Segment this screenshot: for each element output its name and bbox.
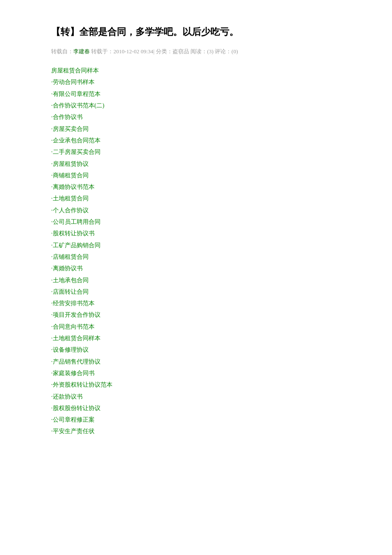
list-item: ·股权转让协议书 xyxy=(51,228,341,239)
contract-link[interactable]: ·二手房屋买卖合同 xyxy=(51,149,101,155)
list-item: ·工矿产品购销合同 xyxy=(51,240,341,251)
contract-link[interactable]: ·家庭装修合同书 xyxy=(51,370,95,376)
list-item: ·店面转让合同 xyxy=(51,286,341,298)
contract-link[interactable]: ·企业承包合同范本 xyxy=(51,137,101,144)
contract-link[interactable]: 房屋租赁合同样本 xyxy=(51,67,99,74)
list-item: ·离婚协议书 xyxy=(51,263,341,274)
contract-link[interactable]: ·工矿产品购销合同 xyxy=(51,242,101,249)
list-item: ·项目开发合作协议 xyxy=(51,309,341,321)
page-title: 【转】全部是合同，多学学吧。以后少吃亏。 xyxy=(51,26,341,39)
list-item: ·店铺租赁合同 xyxy=(51,251,341,263)
contract-link[interactable]: ·还款协议书 xyxy=(51,393,83,400)
contract-link[interactable]: ·公司员工聘用合同 xyxy=(51,219,101,225)
list-item: ·合同意向书范本 xyxy=(51,321,341,332)
contract-link[interactable]: ·土地租赁合同 xyxy=(51,195,89,202)
contract-link[interactable]: ·项目开发合作协议 xyxy=(51,312,101,318)
list-item: 房屋租赁合同样本 xyxy=(51,65,341,76)
contract-link[interactable]: ·有限公司章程范本 xyxy=(51,91,101,97)
list-item: ·合作协议书 xyxy=(51,111,341,123)
list-item: ·经营安排书范本 xyxy=(51,298,341,309)
contract-link[interactable]: ·店面转让合同 xyxy=(51,289,89,295)
list-item: ·商铺租赁合同 xyxy=(51,170,341,181)
contract-link[interactable]: ·个人合作协议 xyxy=(51,207,89,214)
contract-link[interactable]: ·股权转让协议书 xyxy=(51,230,95,237)
list-item: ·有限公司章程范本 xyxy=(51,88,341,100)
list-item: ·土地租赁合同 xyxy=(51,193,341,204)
list-item: ·劳动合同书样本 xyxy=(51,76,341,88)
contract-link[interactable]: ·外资股权转让协议范本 xyxy=(51,382,112,388)
list-item: ·设备修理协议 xyxy=(51,344,341,356)
contract-link-list: 房屋租赁合同样本·劳动合同书样本·有限公司章程范本·合作协议书范本(二)·合作协… xyxy=(51,65,341,437)
meta-prefix: 转载自： xyxy=(51,48,73,55)
contract-link[interactable]: ·离婚协议书范本 xyxy=(51,184,95,190)
contract-link[interactable]: ·平安生产责任状 xyxy=(51,428,95,434)
list-item: ·土地租赁合同样本 xyxy=(51,332,341,344)
contract-link[interactable]: ·产品销售代理协议 xyxy=(51,358,101,365)
list-item: ·平安生产责任状 xyxy=(51,425,341,437)
contract-link[interactable]: ·股权股份转让协议 xyxy=(51,405,101,411)
meta-date: 2010-12-02 09:34 xyxy=(113,48,153,55)
meta-sep1: 转载于： xyxy=(90,48,113,55)
meta-author[interactable]: 李建春 xyxy=(73,48,90,55)
list-item: ·外资股权转让协议范本 xyxy=(51,379,341,390)
list-item: ·企业承包合同范本 xyxy=(51,135,341,146)
meta-sep2: | 分类： xyxy=(153,48,173,55)
list-item: ·二手房屋买卖合同 xyxy=(51,146,341,158)
contract-link[interactable]: ·合同意向书范本 xyxy=(51,324,95,330)
list-item: ·产品销售代理协议 xyxy=(51,356,341,367)
contract-link[interactable]: ·土地租赁合同样本 xyxy=(51,335,101,341)
contract-link[interactable]: ·设备修理协议 xyxy=(51,347,89,353)
list-item: ·家庭装修合同书 xyxy=(51,367,341,379)
list-item: ·公司章程修正案 xyxy=(51,414,341,425)
contract-link[interactable]: ·离婚协议书 xyxy=(51,265,83,272)
list-item: ·合作协议书范本(二) xyxy=(51,100,341,111)
list-item: ·离婚协议书范本 xyxy=(51,181,341,193)
meta-sep3: 阅读：(3) 评论：(0) xyxy=(189,48,238,55)
contract-link[interactable]: ·店铺租赁合同 xyxy=(51,254,89,260)
meta-info: 转载自：李建春 转载于：2010-12-02 09:34| 分类：盗窃品 阅读：… xyxy=(51,46,341,56)
contract-link[interactable]: ·合作协议书范本(二) xyxy=(51,102,104,109)
list-item: ·公司员工聘用合同 xyxy=(51,216,341,228)
meta-category[interactable]: 盗窃品 xyxy=(173,48,189,55)
contract-link[interactable]: ·房屋租赁协议 xyxy=(51,161,89,167)
list-item: ·房屋买卖合同 xyxy=(51,123,341,135)
list-item: ·股权股份转让协议 xyxy=(51,402,341,414)
list-item: ·还款协议书 xyxy=(51,391,341,402)
contract-link[interactable]: ·经营安排书范本 xyxy=(51,300,95,306)
list-item: ·个人合作协议 xyxy=(51,205,341,216)
contract-link[interactable]: ·劳动合同书样本 xyxy=(51,79,95,85)
contract-link[interactable]: ·房屋买卖合同 xyxy=(51,126,89,132)
contract-link[interactable]: ·土地承包合同 xyxy=(51,277,89,283)
contract-link[interactable]: ·商铺租赁合同 xyxy=(51,172,89,179)
contract-link[interactable]: ·合作协议书 xyxy=(51,114,83,120)
contract-link[interactable]: ·公司章程修正案 xyxy=(51,416,95,423)
list-item: ·土地承包合同 xyxy=(51,275,341,286)
list-item: ·房屋租赁协议 xyxy=(51,158,341,170)
